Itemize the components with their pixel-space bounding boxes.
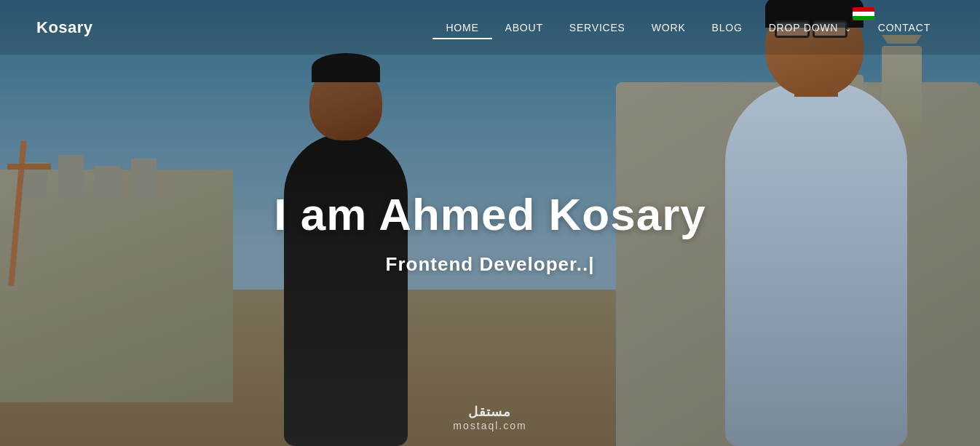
hero-subtitle: Frontend Developer..| <box>235 253 745 276</box>
nav-item-dropdown[interactable]: DROP DOWN ⌄ <box>756 16 865 39</box>
nav-link-dropdown[interactable]: DROP DOWN ⌄ <box>756 16 865 39</box>
hero-section: Kosary HOME ABOUT SERVICES WORK BLOG DRO… <box>0 0 980 446</box>
site-logo[interactable]: Kosary <box>36 18 93 37</box>
person-right <box>725 82 907 446</box>
nav-link-services[interactable]: SERVICES <box>556 16 639 39</box>
watermark: مستقل mostaql.com <box>453 404 526 431</box>
nav-item-home[interactable]: HOME <box>432 16 491 39</box>
nav-link-blog[interactable]: BLOG <box>699 16 756 39</box>
hero-content: I am Ahmed Kosary Frontend Developer..| <box>235 188 745 276</box>
nav-item-services[interactable]: SERVICES <box>556 16 639 39</box>
nav-item-blog[interactable]: BLOG <box>699 16 756 39</box>
nav-item-work[interactable]: WORK <box>639 16 699 39</box>
nav-link-about[interactable]: ABOUT <box>492 16 556 39</box>
flag-indicator <box>853 7 874 20</box>
flag-image <box>853 7 874 20</box>
nav-link-home[interactable]: HOME <box>432 16 491 39</box>
nav-item-about[interactable]: ABOUT <box>492 16 556 39</box>
nav-link-work[interactable]: WORK <box>639 16 699 39</box>
watermark-arabic-text: مستقل <box>453 404 526 420</box>
watermark-latin-text: mostaql.com <box>453 420 526 431</box>
person-left <box>284 133 408 446</box>
navbar: Kosary HOME ABOUT SERVICES WORK BLOG DRO… <box>0 0 980 55</box>
hero-title: I am Ahmed Kosary <box>235 188 745 240</box>
nav-link-contact[interactable]: CONTACT <box>865 16 944 39</box>
nav-item-contact[interactable]: CONTACT <box>865 16 944 39</box>
chevron-down-icon: ⌄ <box>845 24 852 33</box>
